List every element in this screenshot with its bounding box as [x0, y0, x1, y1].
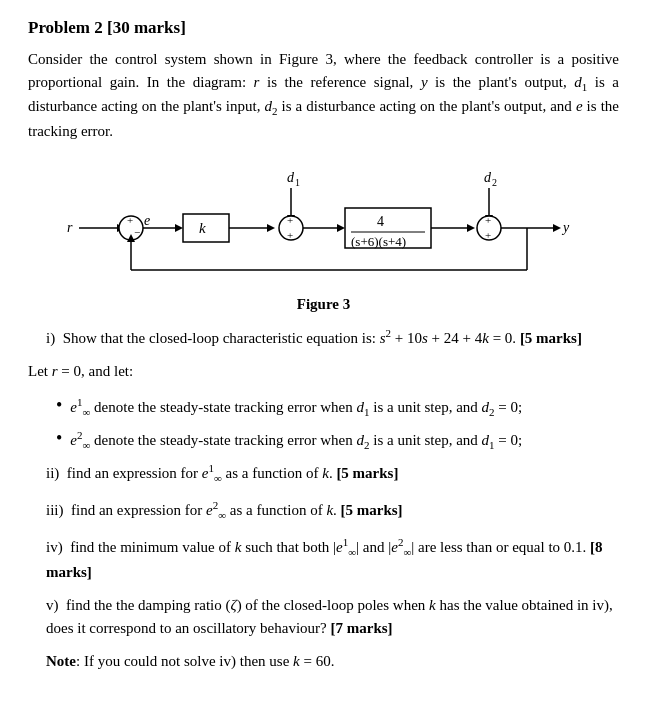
bullet-2: • e2∞ denote the steady-state tracking e… [56, 427, 619, 454]
svg-rect-9 [183, 214, 229, 242]
question-iii: iii) find an expression for e2∞ as a fun… [46, 497, 619, 524]
svg-text:2: 2 [492, 177, 497, 188]
bullet-1: • e1∞ denote the steady-state tracking e… [56, 394, 619, 421]
svg-marker-8 [175, 224, 183, 232]
svg-text:k: k [199, 220, 206, 236]
svg-text:+: + [287, 229, 293, 241]
svg-marker-12 [267, 224, 275, 232]
svg-text:r: r [67, 220, 73, 235]
svg-text:d: d [484, 170, 492, 185]
svg-text:(s+6)(s+4): (s+6)(s+4) [351, 234, 406, 249]
figure-caption: Figure 3 [28, 296, 619, 313]
svg-text:−: − [134, 226, 140, 238]
svg-marker-36 [553, 224, 561, 232]
problem-title: Problem 2 [30 marks] [28, 18, 619, 38]
question-iv: iv) find the minimum value of k such tha… [46, 534, 619, 584]
svg-text:+: + [485, 214, 491, 226]
svg-text:d: d [287, 170, 295, 185]
intro-paragraph: Consider the control system shown in Fig… [28, 48, 619, 142]
svg-marker-27 [467, 224, 475, 232]
note: Note: If you could not solve iv) then us… [46, 650, 619, 673]
svg-text:+: + [127, 214, 133, 226]
let-statement: Let r = 0, and let: [28, 360, 619, 383]
svg-text:1: 1 [295, 177, 300, 188]
svg-text:4: 4 [377, 214, 384, 229]
svg-text:e: e [144, 213, 150, 228]
question-v: v) find the the damping ratio (ζ) of the… [46, 594, 619, 641]
svg-text:+: + [287, 214, 293, 226]
block-diagram: r + − e k d 1 + [28, 160, 619, 290]
svg-text:+: + [485, 229, 491, 241]
svg-text:y: y [561, 220, 570, 235]
question-i: i) Show that the closed-loop characteris… [46, 325, 619, 350]
question-ii: ii) find an expression for e1∞ as a func… [46, 460, 619, 487]
svg-marker-21 [337, 224, 345, 232]
